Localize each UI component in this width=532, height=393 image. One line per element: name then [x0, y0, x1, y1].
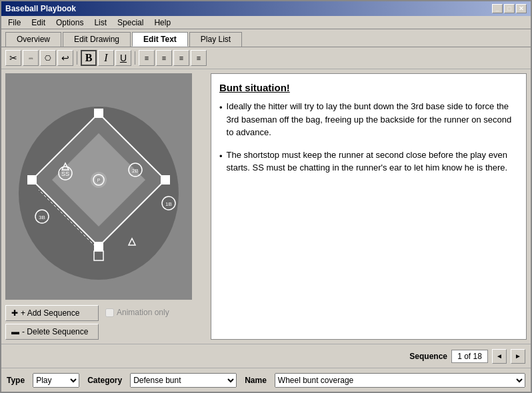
- sequence-area: Sequence 1 of 18 ◄ ►: [409, 349, 525, 364]
- align-center-button[interactable]: ≡: [173, 50, 189, 66]
- menu-bar: File Edit Options List Special Help: [1, 16, 531, 29]
- bullet-dot-2: •: [219, 150, 223, 175]
- sequence-bar: Sequence 1 of 18 ◄ ►: [1, 344, 531, 368]
- tab-edit-drawing[interactable]: Edit Drawing: [63, 32, 131, 47]
- toolbar: ✂ ⎓ ⎔ ↩ B I U ≡ ≡ ≡ ≡: [1, 47, 531, 69]
- svg-text:1B: 1B: [165, 201, 172, 207]
- paste-button[interactable]: ⎔: [40, 50, 56, 66]
- title-bar-buttons: _ □ ✕: [492, 4, 527, 13]
- bold-button[interactable]: B: [81, 50, 97, 66]
- close-button[interactable]: ✕: [516, 4, 527, 13]
- italic-button[interactable]: I: [98, 50, 114, 66]
- menu-special[interactable]: Special: [113, 17, 147, 28]
- svg-text:3B: 3B: [39, 214, 45, 220]
- text-editor-panel[interactable]: Bunt situation! • Ideally the hitter wil…: [211, 73, 527, 340]
- menu-edit[interactable]: Edit: [27, 17, 49, 28]
- cut-button[interactable]: ✂: [5, 50, 21, 66]
- bottom-row: Type Play Category Defense bunt Name Whe…: [1, 368, 531, 392]
- menu-file[interactable]: File: [4, 17, 25, 28]
- main-window: Baseball Playbook _ □ ✕ File Edit Option…: [0, 0, 532, 393]
- name-label: Name: [245, 376, 267, 385]
- minimize-button[interactable]: _: [492, 4, 503, 13]
- svg-rect-12: [27, 175, 37, 185]
- delete-sequence-button[interactable]: ▬ - Delete Sequence: [5, 324, 99, 340]
- tab-bar: Overview Edit Drawing Edit Text Play Lis…: [1, 29, 531, 47]
- tab-overview[interactable]: Overview: [5, 32, 61, 47]
- title-bar: Baseball Playbook _ □ ✕: [1, 1, 531, 16]
- main-content: SS 2B 3B P 1B: [1, 69, 531, 344]
- animation-only-checkbox[interactable]: [105, 308, 114, 317]
- underline-button[interactable]: U: [115, 50, 131, 66]
- delete-icon: ▬: [11, 327, 19, 336]
- separator-1: [77, 51, 77, 65]
- play-title: Bunt situation!: [219, 82, 518, 93]
- bullet-dot-1: •: [219, 101, 223, 139]
- menu-help[interactable]: Help: [150, 17, 175, 28]
- svg-rect-11: [94, 109, 103, 118]
- animation-only-label: Animation only: [117, 308, 169, 317]
- type-label: Type: [7, 376, 25, 385]
- sequence-display: 1 of 18: [451, 350, 488, 363]
- svg-text:SS: SS: [61, 171, 69, 177]
- copy-button[interactable]: ⎓: [23, 50, 39, 66]
- menu-list[interactable]: List: [90, 17, 111, 28]
- maximize-button[interactable]: □: [504, 4, 515, 13]
- add-icon: ✚: [11, 308, 18, 318]
- sequence-next-button[interactable]: ►: [511, 349, 525, 364]
- align-right-button[interactable]: ≡: [191, 50, 207, 66]
- tab-edit-text[interactable]: Edit Text: [132, 32, 188, 47]
- type-select[interactable]: Play: [33, 373, 79, 388]
- svg-text:P: P: [97, 178, 101, 183]
- undo-button[interactable]: ↩: [57, 50, 73, 66]
- category-label: Category: [87, 376, 122, 385]
- window-title: Baseball Playbook: [5, 4, 76, 13]
- svg-rect-13: [161, 175, 170, 185]
- align-left-button[interactable]: ≡: [156, 50, 172, 66]
- menu-options[interactable]: Options: [52, 17, 87, 28]
- field-canvas: SS 2B 3B P 1B: [5, 73, 192, 300]
- left-panel: SS 2B 3B P 1B: [5, 73, 205, 340]
- bullet-item-1: • Ideally the hitter will try to lay the…: [219, 100, 518, 139]
- field-svg: SS 2B 3B P 1B: [5, 73, 192, 300]
- list-button[interactable]: ≡: [139, 50, 155, 66]
- name-select[interactable]: Wheel bunt coverage: [275, 373, 525, 388]
- separator-2: [135, 51, 135, 65]
- tab-play-list[interactable]: Play List: [189, 32, 242, 47]
- svg-text:2B: 2B: [132, 168, 139, 174]
- sequence-prev-button[interactable]: ◄: [492, 349, 507, 364]
- sequence-label: Sequence: [409, 352, 447, 361]
- category-select[interactable]: Defense bunt: [130, 373, 237, 388]
- bullet-text-1: Ideally the hitter will try to lay the b…: [227, 100, 518, 139]
- add-sequence-button[interactable]: ✚ + Add Sequence: [5, 305, 99, 321]
- bullet-item-2: • The shortstop must keep the runner at …: [219, 149, 518, 175]
- bullet-text-2: The shortstop must keep the runner at se…: [227, 149, 518, 175]
